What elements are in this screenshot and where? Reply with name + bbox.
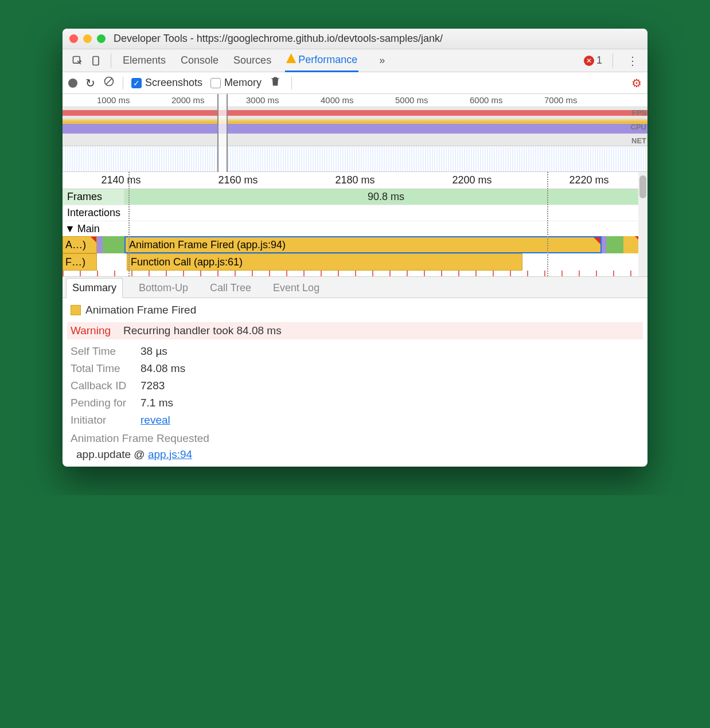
- initiator-reveal-link[interactable]: reveal: [141, 414, 170, 426]
- titlebar: Developer Tools - https://googlechrome.g…: [63, 29, 647, 49]
- tab-elements[interactable]: Elements: [122, 50, 167, 71]
- flamechart-ruler: 2140 ms 2160 ms 2180 ms 2200 ms 2220 ms: [63, 172, 647, 189]
- ruler-tick: 3000 ms: [246, 95, 279, 105]
- cpu-row: CPU: [63, 118, 647, 135]
- screenshots-label: Screenshots: [145, 77, 202, 89]
- flame-event-label: Animation Frame Fired (app.js:94): [129, 239, 286, 251]
- fps-row: FPS: [63, 107, 647, 118]
- flame-event-truncated[interactable]: F…): [63, 253, 97, 271]
- performance-toolbar: ↻ ✓ Screenshots Memory ⚙: [63, 72, 647, 94]
- ruler-tick: 6000 ms: [470, 95, 503, 105]
- tab-call-tree[interactable]: Call Tree: [204, 279, 257, 298]
- tab-sources[interactable]: Sources: [232, 50, 272, 71]
- flamechart-pane[interactable]: 2140 ms 2160 ms 2180 ms 2200 ms 2220 ms …: [63, 172, 647, 276]
- garbage-collect-button[interactable]: [270, 76, 281, 90]
- error-badge[interactable]: ✕ 1: [584, 54, 602, 66]
- flame-event-animation-frame-fired[interactable]: Animation Frame Fired (app.js:94): [124, 236, 602, 253]
- reload-button[interactable]: ↻: [85, 76, 95, 90]
- settings-gear-icon[interactable]: ⚙: [631, 76, 642, 90]
- stack-function: app.update @: [76, 448, 148, 460]
- window-title: Developer Tools - https://googlechrome.g…: [114, 33, 443, 45]
- devtools-window: Developer Tools - https://googlechrome.g…: [63, 29, 647, 467]
- tab-bottom-up[interactable]: Bottom-Up: [133, 279, 194, 298]
- callback-id-value: 7283: [141, 379, 165, 392]
- inspect-icon[interactable]: [72, 55, 83, 66]
- main-track-header[interactable]: ▼ Main: [63, 221, 647, 236]
- device-toggle-icon[interactable]: [90, 55, 102, 66]
- flame-row-tasks: [63, 271, 647, 276]
- overview-viewport-marker[interactable]: [217, 94, 228, 172]
- tab-performance-label: Performance: [298, 54, 357, 65]
- frame-duration: 90.8 ms: [368, 191, 404, 203]
- frame-block[interactable]: 90.8 ms: [124, 189, 647, 205]
- ruler-tick: 2220 ms: [569, 174, 608, 186]
- flame-event-function-call[interactable]: Function Call (app.js:61): [127, 253, 522, 271]
- summary-panel: Animation Frame Fired Warning Recurring …: [63, 298, 647, 467]
- svg-rect-1: [93, 56, 99, 65]
- kebab-menu-icon[interactable]: ⋮: [627, 54, 638, 68]
- main-label: Main: [77, 223, 100, 235]
- warning-text: Recurring handler took 84.08 ms: [123, 324, 282, 337]
- flame-event-truncated[interactable]: A…): [63, 236, 97, 253]
- interactions-track[interactable]: Interactions: [63, 205, 647, 221]
- error-count: 1: [596, 54, 602, 66]
- tab-console[interactable]: Console: [180, 50, 220, 71]
- overview-pane[interactable]: 1000 ms 2000 ms 3000 ms 4000 ms 5000 ms …: [63, 94, 647, 172]
- vertical-scrollbar[interactable]: [638, 172, 647, 276]
- summary-title: Animation Frame Fired: [85, 304, 196, 316]
- frame-boundary: [547, 172, 548, 276]
- stack-trace-row: app.update @ app.js:94: [71, 448, 639, 461]
- memory-checkbox[interactable]: Memory: [210, 77, 262, 89]
- ruler-tick: 2000 ms: [171, 95, 205, 105]
- pending-for-label: Pending for: [71, 397, 134, 409]
- total-time-value: 84.08 ms: [141, 362, 185, 375]
- total-time-label: Total Time: [71, 362, 134, 375]
- ruler-tick: 2140 ms: [101, 174, 141, 186]
- self-time-label: Self Time: [71, 345, 134, 358]
- separator: [613, 53, 613, 68]
- record-button[interactable]: [68, 79, 77, 88]
- zoom-button[interactable]: [97, 34, 106, 43]
- cpu-label: CPU: [631, 123, 646, 131]
- long-task-warning-icon: [594, 237, 600, 244]
- checkbox-checked-icon: ✓: [131, 78, 142, 88]
- devtools-tabbar: Elements Console Sources Performance » ✕…: [63, 49, 647, 72]
- ruler-tick: 5000 ms: [395, 95, 428, 105]
- ruler-tick: 2160 ms: [218, 174, 258, 186]
- frame-boundary: [128, 172, 130, 276]
- panel-tabs: Elements Console Sources Performance »: [122, 49, 385, 72]
- overview-ruler: 1000 ms 2000 ms 3000 ms 4000 ms 5000 ms …: [63, 94, 647, 107]
- ruler-tick: 4000 ms: [321, 95, 354, 105]
- callback-id-label: Callback ID: [71, 379, 134, 392]
- net-label: NET: [631, 136, 646, 145]
- minimize-button[interactable]: [83, 34, 92, 43]
- screenshots-checkbox[interactable]: ✓ Screenshots: [131, 77, 202, 89]
- net-row: NET: [63, 135, 647, 146]
- category-swatch: [71, 305, 81, 315]
- window-controls: [69, 34, 106, 43]
- clear-button[interactable]: [103, 76, 115, 90]
- ruler-tick: 1000 ms: [97, 95, 130, 105]
- ruler-tick: 2180 ms: [335, 174, 374, 186]
- warning-label: Warning: [71, 324, 111, 337]
- frames-track-header: Frames: [63, 189, 124, 205]
- fps-label: FPS: [632, 108, 646, 117]
- separator: [291, 77, 292, 89]
- flame-event-label: Function Call (app.js:61): [131, 256, 243, 268]
- warning-row: Warning Recurring handler took 84.08 ms: [67, 322, 643, 339]
- flame-row-2: F…) Function Call (app.js:61): [63, 253, 647, 271]
- tab-summary[interactable]: Summary: [66, 278, 123, 298]
- warning-icon: [286, 53, 296, 63]
- flame-row-1: A…) Animation Frame Fired (app.js:94): [63, 236, 647, 253]
- tab-event-log[interactable]: Event Log: [267, 279, 325, 298]
- tab-performance[interactable]: Performance: [285, 49, 358, 72]
- stack-source-link[interactable]: app.js:94: [148, 448, 192, 460]
- separator: [111, 53, 111, 68]
- error-icon: ✕: [584, 56, 594, 66]
- frames-track[interactable]: Frames 90.8 ms: [63, 189, 647, 205]
- close-button[interactable]: [69, 34, 78, 43]
- more-tabs-button[interactable]: »: [379, 54, 385, 66]
- initiator-event-label: Animation Frame Requested: [71, 432, 639, 445]
- chevron-down-icon: ▼: [65, 223, 75, 235]
- separator: [123, 77, 123, 89]
